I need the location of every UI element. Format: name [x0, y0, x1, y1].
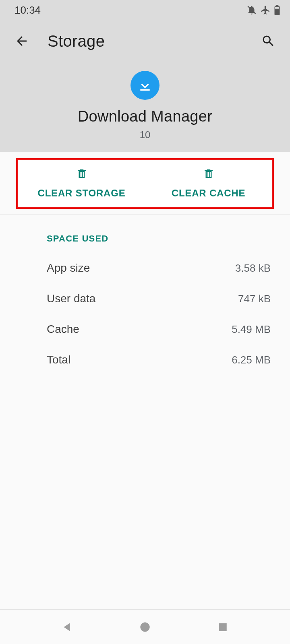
- row-value: 5.49 MB: [232, 323, 271, 336]
- search-button[interactable]: [259, 31, 278, 51]
- app-header: Download Manager 10: [0, 56, 290, 140]
- svg-point-5: [140, 622, 149, 632]
- toolbar: Storage: [0, 20, 290, 56]
- row-total: Total 6.25 MB: [47, 345, 276, 375]
- system-nav-bar: [0, 609, 290, 644]
- app-icon: [130, 71, 160, 100]
- row-value: 3.58 kB: [235, 262, 271, 275]
- clear-cache-button[interactable]: CLEAR CACHE: [145, 160, 272, 207]
- airplane-icon: [260, 5, 271, 15]
- svg-rect-6: [219, 623, 227, 631]
- row-label: Cache: [47, 323, 79, 336]
- status-icons: [246, 5, 280, 15]
- battery-icon: [274, 5, 280, 15]
- nav-home-button[interactable]: [135, 617, 155, 637]
- status-time: 10:34: [14, 4, 41, 17]
- space-used-section: SPACE USED App size 3.58 kB User data 74…: [0, 215, 290, 375]
- app-name: Download Manager: [0, 108, 290, 125]
- app-version: 10: [0, 129, 290, 140]
- section-title: SPACE USED: [47, 233, 276, 244]
- row-value: 747 kB: [238, 293, 271, 305]
- row-cache: Cache 5.49 MB: [47, 314, 276, 345]
- clear-cache-label: CLEAR CACHE: [172, 188, 245, 199]
- row-label: Total: [47, 353, 70, 366]
- highlight-box: CLEAR STORAGE CLEAR CACHE: [16, 158, 274, 209]
- row-user-data: User data 747 kB: [47, 283, 276, 314]
- clear-storage-label: CLEAR STORAGE: [38, 188, 126, 199]
- back-button[interactable]: [12, 31, 31, 51]
- mute-icon: [246, 5, 257, 15]
- svg-rect-4: [140, 89, 149, 91]
- status-bar: 10:34: [0, 0, 290, 20]
- svg-rect-3: [275, 7, 279, 8]
- nav-recent-button[interactable]: [213, 617, 233, 637]
- nav-back-button[interactable]: [57, 617, 77, 637]
- header-region: Storage Download Manager 10: [0, 20, 290, 152]
- clear-storage-button[interactable]: CLEAR STORAGE: [18, 160, 145, 207]
- page-title: Storage: [48, 32, 259, 50]
- svg-rect-2: [276, 5, 279, 6]
- trash-icon: [76, 167, 88, 182]
- trash-icon: [203, 167, 215, 182]
- row-app-size: App size 3.58 kB: [47, 253, 276, 283]
- row-label: App size: [47, 262, 90, 275]
- row-value: 6.25 MB: [232, 354, 271, 366]
- row-label: User data: [47, 292, 95, 305]
- action-row: CLEAR STORAGE CLEAR CACHE: [18, 160, 272, 207]
